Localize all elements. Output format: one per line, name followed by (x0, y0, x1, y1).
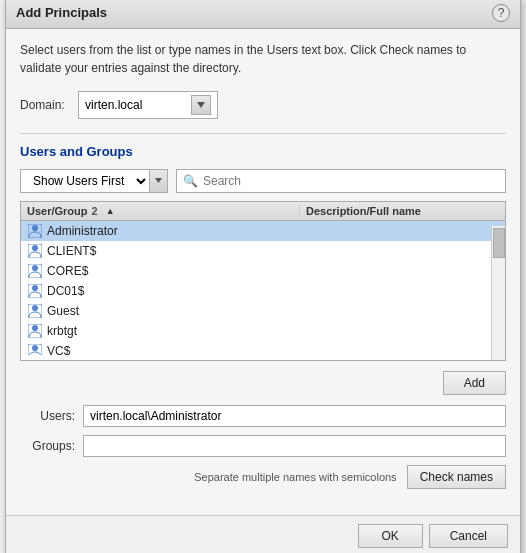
filter-select-container: Show Users First (20, 169, 168, 193)
ok-button[interactable]: OK (358, 524, 423, 548)
scrollbar[interactable] (491, 226, 505, 360)
svg-point-14 (32, 345, 38, 351)
add-principals-dialog: Add Principals ? Select users from the l… (5, 0, 521, 553)
hint-text: Separate multiple names with semicolons (194, 471, 396, 483)
dialog-titlebar: Add Principals ? (6, 0, 520, 29)
groups-label: Groups: (20, 439, 75, 453)
groups-field-row: Groups: (20, 435, 506, 457)
users-field-row: Users: (20, 405, 506, 427)
list-row-name: CLIENT$ (47, 244, 299, 258)
sort-arrow-icon: ▲ (106, 206, 115, 216)
list-row-name: Administrator (47, 224, 299, 238)
user-icon (27, 323, 43, 339)
check-names-button[interactable]: Check names (407, 465, 506, 489)
filter-select[interactable]: Show Users First (20, 169, 150, 193)
list-header: User/Group 2 ▲ Description/Full name (21, 202, 505, 221)
divider (20, 133, 506, 134)
list-item[interactable]: Administrator (21, 221, 505, 241)
list-row-name: DC01$ (47, 284, 299, 298)
section-title: Users and Groups (20, 144, 506, 159)
add-button[interactable]: Add (443, 371, 506, 395)
svg-point-12 (32, 325, 38, 331)
list-body: Administrator CLIENT$ CORE$ (21, 221, 505, 355)
users-label: Users: (20, 409, 75, 423)
domain-value: virten.local (85, 98, 189, 112)
list-item[interactable]: DC01$ (21, 281, 505, 301)
search-box: 🔍 (176, 169, 506, 193)
col-count: 2 (92, 205, 98, 217)
svg-point-4 (32, 245, 38, 251)
user-icon (27, 283, 43, 299)
dialog-title: Add Principals (16, 5, 107, 20)
domain-select[interactable]: virten.local (78, 91, 218, 119)
user-icon (27, 263, 43, 279)
user-icon (27, 243, 43, 259)
list-row-name: VC$ (47, 344, 299, 355)
domain-dropdown-btn[interactable] (191, 95, 211, 115)
svg-point-10 (32, 305, 38, 311)
list-row-name: krbtgt (47, 324, 299, 338)
filter-dropdown-btn[interactable] (150, 169, 168, 193)
search-icon: 🔍 (183, 174, 198, 188)
col-desc-header: Description/Full name (299, 205, 499, 217)
hint-row: Separate multiple names with semicolons … (20, 465, 506, 489)
list-item[interactable]: VC$ (21, 341, 505, 355)
list-item[interactable]: CORE$ (21, 261, 505, 281)
dialog-footer: OK Cancel (6, 515, 520, 554)
add-row: Add (20, 371, 506, 395)
cancel-button[interactable]: Cancel (429, 524, 508, 548)
groups-input[interactable] (83, 435, 506, 457)
svg-point-8 (32, 285, 38, 291)
filter-row: Show Users First 🔍 (20, 169, 506, 193)
domain-row: Domain: virten.local (20, 91, 506, 119)
list-row-name: Guest (47, 304, 299, 318)
scrollbar-thumb[interactable] (493, 228, 505, 258)
list-item[interactable]: CLIENT$ (21, 241, 505, 261)
svg-point-6 (32, 265, 38, 271)
user-icon (27, 223, 43, 239)
user-icon (27, 303, 43, 319)
svg-marker-0 (197, 102, 205, 108)
list-row-name: CORE$ (47, 264, 299, 278)
domain-label: Domain: (20, 98, 70, 112)
search-input[interactable] (203, 174, 499, 188)
col-user-header: User/Group 2 ▲ (27, 205, 299, 217)
svg-point-2 (32, 225, 38, 231)
user-group-list: User/Group 2 ▲ Description/Full name Adm… (20, 201, 506, 361)
svg-marker-1 (155, 178, 162, 183)
help-icon[interactable]: ? (492, 4, 510, 22)
users-input[interactable] (83, 405, 506, 427)
list-item[interactable]: Guest (21, 301, 505, 321)
list-item[interactable]: krbtgt (21, 321, 505, 341)
dialog-body: Select users from the list or type names… (6, 29, 520, 515)
description-text: Select users from the list or type names… (20, 41, 506, 77)
user-icon (27, 343, 43, 355)
